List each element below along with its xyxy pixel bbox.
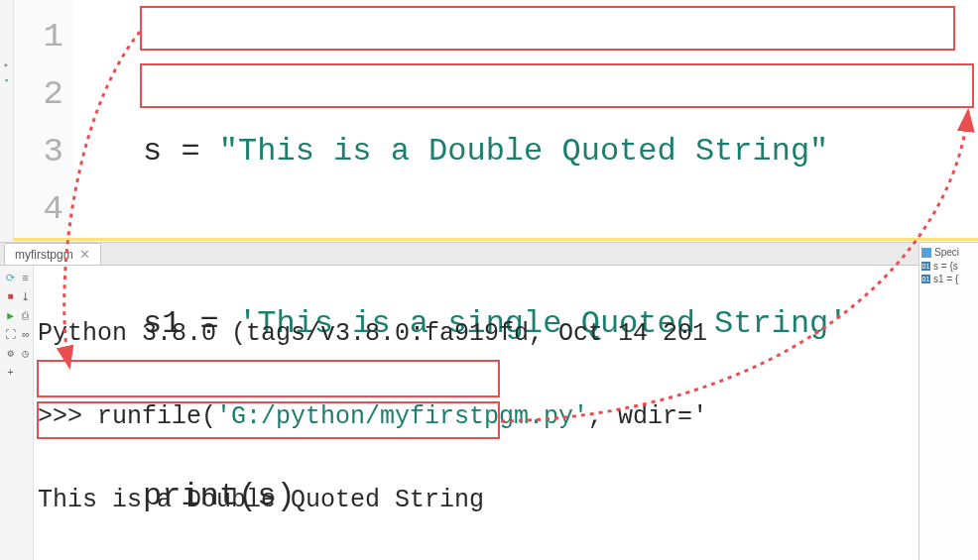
line-number-gutter: 1 2 3 4 xyxy=(14,0,73,242)
add-icon[interactable]: + xyxy=(4,366,17,379)
console-line: This is a Double Quoted String xyxy=(38,486,484,514)
print-icon[interactable]: ⎙ xyxy=(19,309,32,322)
var-type-icon: 01 xyxy=(921,262,930,271)
line-number: 4 xyxy=(14,180,63,238)
run-icon[interactable]: ▶ xyxy=(4,309,17,322)
line-number: 2 xyxy=(14,65,63,123)
annotation-box xyxy=(140,6,955,51)
operator: = xyxy=(162,123,219,180)
console-toolbar: ⟳≡ ■⤓ ▶⎙ ⛶∞ ⚙◷ + xyxy=(0,266,34,560)
panel-icon xyxy=(921,248,931,258)
lines-icon[interactable]: ≡ xyxy=(19,272,32,284)
fold-dot-icon[interactable]: ▪ xyxy=(4,76,9,86)
panel-title: Speci xyxy=(934,247,959,258)
annotation-box xyxy=(37,401,500,439)
var-entry[interactable]: s1 = { xyxy=(933,274,958,284)
var-entry[interactable]: s = {s xyxy=(933,261,958,272)
variable-explorer[interactable]: Speci 01s = {s 01s1 = { xyxy=(918,243,978,560)
gear-icon[interactable]: ⚙ xyxy=(4,347,17,360)
line-number: 3 xyxy=(14,123,63,180)
annotation-box xyxy=(140,63,974,108)
modified-line-marker xyxy=(14,238,978,241)
debug-icon[interactable]: ⛶ xyxy=(4,328,17,341)
stop-icon[interactable]: ■ xyxy=(4,290,17,303)
history-icon[interactable]: ◷ xyxy=(19,347,32,360)
infinity-icon[interactable]: ∞ xyxy=(19,328,32,341)
console-call-tail: , wdir=' xyxy=(588,402,707,431)
variable: s xyxy=(143,123,162,180)
annotation-box xyxy=(37,360,500,397)
save-icon[interactable]: ⤓ xyxy=(19,290,32,303)
string-literal: "This is a Double Quoted String" xyxy=(219,123,829,180)
tab-label: myfirstpgm xyxy=(15,248,73,262)
fold-arrow-icon[interactable]: ▸ xyxy=(4,59,9,70)
var-type-icon: 01 xyxy=(921,275,930,283)
restart-icon[interactable]: ⟳ xyxy=(4,272,17,284)
line-number: 1 xyxy=(14,8,63,65)
gutter-fold-controls: ▸ ▪ xyxy=(0,0,14,242)
console-banner: Python 3.8.0 (tags/v3.8.0:fa919fd, Oct 1… xyxy=(38,319,707,348)
